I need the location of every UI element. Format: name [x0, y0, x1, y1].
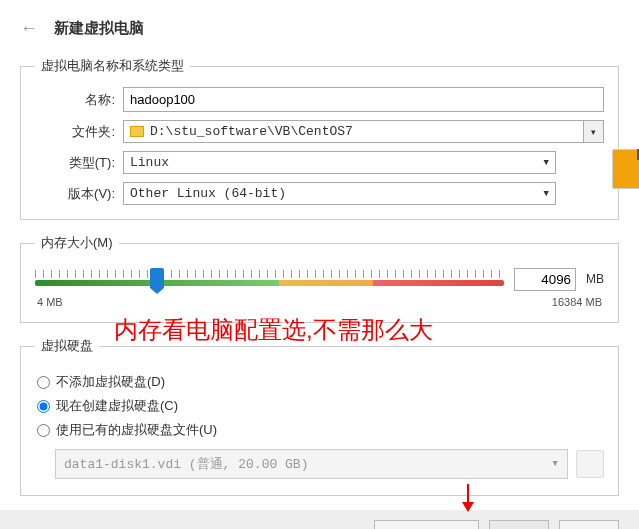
- existing-disk-select: data1-disk1.vdi (普通, 20.00 GB) ▾: [55, 449, 568, 479]
- memory-slider[interactable]: [35, 264, 504, 294]
- radio-no-disk-label: 不添加虚拟硬盘(D): [56, 373, 165, 391]
- memory-input[interactable]: [514, 268, 576, 291]
- create-button[interactable]: 创建: [489, 520, 549, 529]
- folder-icon: [130, 126, 144, 137]
- back-arrow-icon[interactable]: ←: [20, 18, 38, 39]
- guide-mode-button[interactable]: 向导模式(G): [374, 520, 479, 529]
- memory-legend: 内存大小(M): [35, 234, 119, 252]
- disk-fieldset: 虚拟硬盘 不添加虚拟硬盘(D) 现在创建虚拟硬盘(C) 使用已有的虚拟硬盘文件(…: [20, 337, 619, 496]
- memory-min-label: 4 MB: [37, 296, 63, 308]
- folder-path: D:\stu_software\VB\CentOS7: [150, 124, 353, 139]
- button-bar: 向导模式(G) 创建 取消 CSDN 口水汤: [0, 510, 639, 529]
- memory-max-label: 16384 MB: [552, 296, 602, 308]
- chevron-down-icon: ▼: [544, 189, 549, 199]
- svg-marker-1: [462, 502, 474, 512]
- os-icon: 64: [612, 149, 639, 189]
- type-label: 类型(T):: [35, 154, 115, 172]
- type-select[interactable]: Linux ▼: [123, 151, 556, 174]
- version-value: Other Linux (64-bit): [130, 186, 286, 201]
- chevron-down-icon: ▾: [551, 455, 559, 473]
- radio-create-disk[interactable]: 现在创建虚拟硬盘(C): [37, 397, 602, 415]
- radio-existing-disk-input[interactable]: [37, 424, 50, 437]
- radio-create-disk-input[interactable]: [37, 400, 50, 413]
- folder-dropdown-button[interactable]: ▾: [584, 120, 604, 143]
- chevron-down-icon: ▼: [544, 158, 549, 168]
- browse-disk-button: [576, 450, 604, 478]
- radio-no-disk[interactable]: 不添加虚拟硬盘(D): [37, 373, 602, 391]
- name-type-legend: 虚拟电脑名称和系统类型: [35, 57, 190, 75]
- memory-fieldset: 内存大小(M) MB 4 MB 16384 MB: [20, 234, 619, 323]
- memory-unit: MB: [586, 272, 604, 286]
- radio-existing-disk-label: 使用已有的虚拟硬盘文件(U): [56, 421, 217, 439]
- dialog-title: 新建虚拟电脑: [54, 19, 144, 38]
- folder-input[interactable]: D:\stu_software\VB\CentOS7: [123, 120, 584, 143]
- slider-thumb[interactable]: [150, 268, 164, 288]
- version-select[interactable]: Other Linux (64-bit) ▼: [123, 182, 556, 205]
- folder-label: 文件夹:: [35, 123, 115, 141]
- existing-disk-value: data1-disk1.vdi (普通, 20.00 GB): [64, 455, 308, 473]
- name-input[interactable]: [123, 87, 604, 112]
- radio-create-disk-label: 现在创建虚拟硬盘(C): [56, 397, 178, 415]
- cancel-button[interactable]: 取消: [559, 520, 619, 529]
- radio-existing-disk[interactable]: 使用已有的虚拟硬盘文件(U): [37, 421, 602, 439]
- type-value: Linux: [130, 155, 169, 170]
- name-label: 名称:: [35, 91, 115, 109]
- disk-legend: 虚拟硬盘: [35, 337, 99, 355]
- radio-no-disk-input[interactable]: [37, 376, 50, 389]
- name-type-fieldset: 虚拟电脑名称和系统类型 名称: 文件夹: D:\stu_software\VB\…: [20, 57, 619, 220]
- version-label: 版本(V):: [35, 185, 115, 203]
